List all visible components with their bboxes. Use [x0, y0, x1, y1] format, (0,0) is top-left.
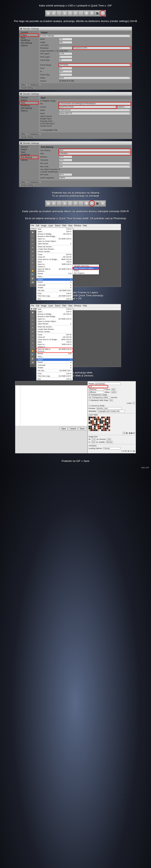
sidebar-item[interactable]: Options [20, 110, 38, 112]
toolbar-icon[interactable]: ⛶ [78, 201, 83, 206]
menu-item[interactable]: Browse in Bridge...Alt+Ctrl+O [36, 233, 73, 235]
sidebar-item[interactable]: MultiiPass [20, 39, 38, 41]
settings-sidebar[interactable]: GeneralOutputSaveMultiiPassAnti-Aliasing… [19, 95, 39, 132]
effect-button[interactable]: Effect... [20, 181, 28, 184]
menu-item[interactable]: File Info...Alt+Shift+Ctrl+I [36, 369, 73, 372]
preset-name-field[interactable]: [Unnamed] [95, 382, 121, 385]
menu-item[interactable]: Open As...Alt+Shift+Ctrl+O [36, 238, 73, 240]
menu-item[interactable]: View [68, 224, 73, 227]
menu-item[interactable]: New...Ctrl+N [36, 308, 73, 310]
menu-item[interactable]: Close AllAlt+Ctrl+W [36, 336, 73, 338]
save-button[interactable]: Save [60, 427, 68, 430]
effect-button[interactable]: Effect... [20, 133, 28, 136]
sidebar-item[interactable]: Output [20, 148, 38, 151]
tool-icon[interactable]: ✂ [31, 238, 35, 242]
menu-item[interactable]: File [31, 224, 34, 227]
lossy-field[interactable]: 0 [133, 402, 135, 404]
menu-item[interactable]: Share My Screen... [36, 326, 73, 328]
dither-alg-dropdown[interactable]: Diffusion [88, 391, 104, 394]
pixel-aspect-field[interactable]: 1 [59, 56, 72, 58]
menu-item[interactable]: ExitCtrl+Q [36, 378, 73, 380]
toolbar-icon[interactable]: ⊕ [62, 11, 67, 16]
regular-image-check[interactable]: ☑ Regular Image [40, 100, 55, 102]
toolbar-icon[interactable]: ◧ [46, 201, 51, 206]
menu-item[interactable]: Save As...Shift+Ctrl+S [36, 343, 73, 346]
menu-item[interactable]: ExitCtrl+Q [36, 298, 73, 300]
res-field[interactable]: 72 [59, 46, 72, 50]
toolbar-icon[interactable]: ↔ [56, 201, 62, 206]
tool-icon[interactable]: ◨ [31, 280, 35, 284]
menu-item[interactable]: SaveCtrl+S [36, 341, 73, 343]
tool-icon[interactable]: △ [31, 334, 35, 337]
menu-item[interactable]: Device Central... [36, 250, 73, 253]
toolbar-icon[interactable]: 🎥 [95, 201, 100, 206]
dither-field[interactable]: 100% [111, 391, 117, 394]
menu-item[interactable]: Open...Ctrl+O [36, 230, 73, 233]
small-dropdown[interactable]: Hybrid [59, 177, 131, 179]
menu-item[interactable]: Window [74, 305, 81, 307]
menu-item[interactable]: Check In... [36, 346, 73, 348]
min-dropdown[interactable]: 1x1 [59, 162, 131, 165]
menu-item[interactable]: Open As Smart Object... [36, 320, 73, 322]
menu-item[interactable]: Save for Web & Devices...Alt+Shift+Ctrl+… [36, 268, 73, 272]
menu-item[interactable]: CloseCtrl+W [36, 334, 73, 336]
sidebar-item[interactable]: Anti-Aliasing [20, 41, 38, 44]
tool-icon[interactable]: T [31, 341, 35, 345]
tool-icon[interactable]: □ [31, 338, 35, 341]
menu-item[interactable]: Help [83, 305, 87, 307]
toolbox[interactable]: ▣□✂↗✎✒△□T⬚✋🔍◧◨ [30, 230, 36, 287]
aa-dropdown[interactable]: Best [59, 149, 131, 152]
cancel-button[interactable]: Cancel [68, 427, 77, 430]
toolbar-icon[interactable]: ⟳ [73, 11, 78, 16]
preview-dropdown[interactable]: Monitor Color [97, 407, 122, 410]
mp-check[interactable]: Consider MultiiPasses [40, 171, 58, 173]
menu-item[interactable]: Browse in Mini Bridge... [36, 315, 73, 318]
menu-item[interactable]: Print One CopyAlt+Shift+Ctrl+P [36, 295, 73, 297]
toolbar-icon[interactable]: ✥ [51, 11, 56, 16]
menu-item[interactable]: Place... [36, 355, 73, 358]
tool-icon[interactable]: ⬚ [31, 265, 35, 269]
quality-dropdown[interactable]: Bicubic [106, 441, 113, 443]
toolbar-icon[interactable]: ⊡ [68, 11, 73, 16]
menu-item[interactable]: View [68, 305, 73, 307]
color-table-swatches[interactable] [88, 416, 135, 431]
menu-item[interactable]: Share My Screen... [36, 245, 73, 248]
useobj-check[interactable]: Use Object Properties ☑ [40, 168, 60, 170]
tool-icon[interactable]: ▣ [31, 311, 35, 314]
frame-range-dropdown[interactable]: All Frames [59, 64, 131, 66]
toolbar-icon[interactable]: ⚑ [89, 11, 95, 16]
tool-icon[interactable]: ✎ [31, 326, 35, 330]
toolbar-icon[interactable]: ⚙ [100, 201, 105, 206]
menu-item[interactable]: Place... [36, 275, 73, 278]
tool-icon[interactable]: △ [31, 253, 35, 257]
tool-icon[interactable]: 🔍 [31, 353, 35, 356]
tool-icon[interactable]: ⬚ [31, 345, 35, 349]
menu-item[interactable]: Scripts▸ [36, 286, 73, 289]
max-dropdown[interactable]: 4x4 [59, 165, 131, 168]
depth-dropdown[interactable]: 8 Bit/Channel [59, 109, 131, 112]
menu-item[interactable]: Open Recent▸ [36, 322, 73, 325]
menu-item[interactable]: Create New Review... [36, 248, 73, 250]
menu-item[interactable]: File Info...Alt+Shift+Ctrl+I [36, 289, 73, 292]
toolbox[interactable]: ▣□✂↗✎✒△□T⬚✋🔍◧◨ [30, 310, 36, 367]
menu-item[interactable]: Check In... [36, 266, 73, 268]
websnap-field[interactable]: 0% [109, 399, 113, 402]
menu-item[interactable]: CloseCtrl+W [36, 253, 73, 256]
menubar[interactable]: FileEditImageLayerSelectFilterViewWindow… [30, 224, 121, 227]
menu-item[interactable]: Device Central... [36, 331, 73, 333]
composition-check[interactable]: ☐ Composition File [40, 129, 58, 131]
filter-dropdown[interactable]: Animation [59, 152, 131, 155]
menu-item[interactable]: Edit [36, 305, 39, 307]
menu-item[interactable]: Create New Review... [36, 328, 73, 331]
menu-item[interactable]: RevertF12 [36, 352, 73, 355]
tool-icon[interactable]: ▣ [31, 230, 35, 234]
tool-icon[interactable]: ✒ [31, 330, 35, 334]
softness-field[interactable]: 50 % [59, 155, 72, 158]
toolbar-icon[interactable]: 🎥 [95, 11, 100, 16]
menu-item[interactable]: Automate▸ [36, 364, 73, 366]
tool-icon[interactable]: □ [31, 257, 35, 261]
sidebar-item[interactable]: Anti-Aliasing [20, 156, 38, 159]
menu-item[interactable]: Select [55, 305, 61, 307]
menu-item[interactable]: Save for Web & Devices...Alt+Shift+Ctrl+… [36, 348, 73, 352]
loop-dropdown[interactable]: Forever [103, 447, 120, 450]
